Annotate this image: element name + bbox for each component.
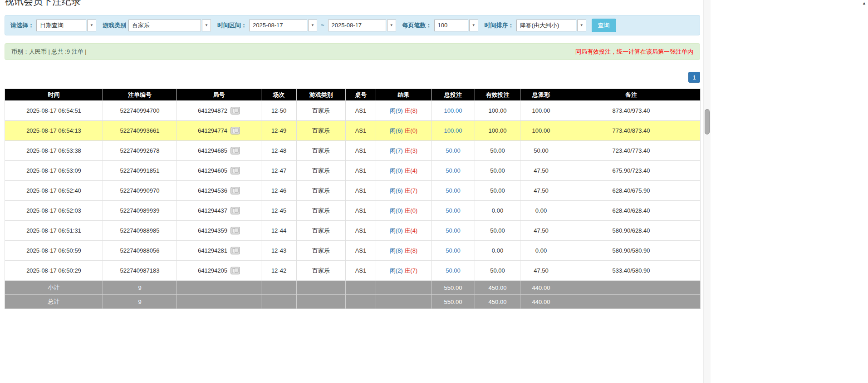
cell-session: 12-45	[261, 201, 297, 221]
date-to-dropdown-button[interactable]: ▼	[387, 20, 396, 31]
page-size-combo: ▼	[434, 20, 478, 31]
view-game-result-icon[interactable]	[230, 147, 240, 154]
cell-session: 12-50	[261, 101, 297, 121]
sort-order-dropdown-button[interactable]: ▼	[577, 20, 586, 31]
total-bet-link[interactable]: 50.00	[446, 247, 461, 254]
table-row: 2025-08-17 06:54:13522740993661641294774…	[5, 121, 701, 141]
chevron-down-icon: ▼	[205, 24, 208, 27]
cell-valid-bet: 50.00	[475, 141, 520, 161]
sort-order-input[interactable]	[516, 20, 576, 31]
total-bet-link[interactable]: 50.00	[446, 267, 461, 274]
result-player: 闲(6)	[390, 127, 403, 134]
col-header-table-no: 桌号	[346, 89, 376, 101]
total-bet-link[interactable]: 100.00	[444, 127, 462, 134]
select-type-combo: ▼	[36, 20, 96, 31]
view-game-result-icon[interactable]	[230, 247, 240, 254]
view-game-result-icon[interactable]	[230, 167, 240, 174]
table-row: 2025-08-17 06:53:38522740992678641294685…	[5, 141, 701, 161]
date-range-label: 时间区间：	[217, 21, 247, 30]
result-banker: 庄(3)	[404, 147, 417, 154]
date-from-dropdown-button[interactable]: ▼	[308, 20, 317, 31]
cell-valid-bet: 100.00	[475, 101, 520, 121]
cell-game-type: 百家乐	[297, 141, 346, 161]
result-player: 闲(0)	[390, 227, 403, 234]
view-game-result-icon[interactable]	[230, 267, 240, 274]
cell-bet-id: 522740987183	[103, 261, 177, 281]
view-game-result-icon[interactable]	[230, 107, 240, 114]
cell-total-bet: 50.00	[432, 141, 475, 161]
scroll-up-icon[interactable]: ▲	[862, 1, 866, 5]
total-bet-link[interactable]: 50.00	[446, 227, 461, 234]
table-row: 2025-08-17 06:51:31522740988985641294359…	[5, 221, 701, 241]
game-type-dropdown-button[interactable]: ▼	[202, 20, 211, 31]
cell-total-bet: 50.00	[432, 201, 475, 221]
cell-valid-bet: 100.00	[475, 121, 520, 141]
cell-result: 闲(6) 庄(7)	[376, 181, 432, 201]
col-header-round: 局号	[177, 89, 261, 101]
scrollbar-thumb[interactable]	[705, 109, 710, 134]
col-header-total-bet: 总投注	[432, 89, 475, 101]
table-row: 2025-08-17 06:50:29522740987183641294205…	[5, 261, 701, 281]
table-row: 2025-08-17 06:52:40522740990970641294536…	[5, 181, 701, 201]
view-game-result-icon[interactable]	[230, 127, 240, 134]
cell-remark: 628.40/628.40	[562, 201, 701, 221]
select-type-dropdown-button[interactable]: ▼	[87, 20, 96, 31]
cell-session: 12-47	[261, 161, 297, 181]
subtotal-valid-bet: 450.00	[475, 281, 520, 295]
total-bet-link[interactable]: 100.00	[444, 107, 462, 114]
chevron-down-icon: ▼	[472, 24, 476, 27]
date-from-input[interactable]	[249, 20, 307, 31]
cell-time: 2025-08-17 06:52:03	[5, 201, 103, 221]
date-to-input[interactable]	[328, 20, 386, 31]
view-game-result-icon[interactable]	[230, 227, 240, 234]
cell-result: 闲(0) 庄(4)	[376, 221, 432, 241]
grand-total-total-bet: 550.00	[432, 295, 475, 309]
subtotal-total-bet: 550.00	[432, 281, 475, 295]
page-viewport: 视讯会员下注纪录 请选择： ▼ 游戏类别 ▼ 时间区间： ▼ ~ ▼	[0, 0, 868, 383]
view-game-result-icon[interactable]	[230, 187, 240, 194]
cell-result: 闲(0) 庄(4)	[376, 161, 432, 181]
chevron-down-icon: ▼	[311, 24, 314, 27]
chevron-down-icon: ▼	[390, 24, 393, 27]
game-type-input[interactable]	[128, 20, 201, 31]
total-bet-link[interactable]: 50.00	[446, 187, 461, 194]
page-1-button[interactable]: 1	[688, 72, 700, 83]
cell-session: 12-46	[261, 181, 297, 201]
col-header-bet-id: 注单编号	[103, 89, 177, 101]
cell-total-payout: 47.50	[520, 161, 562, 181]
cell-result: 闲(2) 庄(7)	[376, 261, 432, 281]
cell-game-type: 百家乐	[297, 261, 346, 281]
cell-total-payout: 0.00	[520, 201, 562, 221]
page-size-dropdown-button[interactable]: ▼	[469, 20, 478, 31]
col-header-game-type: 游戏类别	[297, 89, 346, 101]
cell-total-payout: 100.00	[520, 101, 562, 121]
cell-valid-bet: 50.00	[475, 221, 520, 241]
total-bet-link[interactable]: 50.00	[446, 167, 461, 174]
cell-table-no: AS1	[346, 221, 376, 241]
cell-game-type: 百家乐	[297, 121, 346, 141]
cell-bet-id: 522740991851	[103, 161, 177, 181]
cell-total-payout: 50.00	[520, 141, 562, 161]
cell-total-bet: 50.00	[432, 161, 475, 181]
cell-table-no: AS1	[346, 161, 376, 181]
vertical-scrollbar[interactable]	[703, 0, 711, 383]
chevron-down-icon: ▼	[90, 24, 93, 27]
result-banker: 庄(4)	[404, 167, 417, 174]
view-game-result-icon[interactable]	[230, 207, 240, 214]
cell-round: 641294774	[177, 121, 261, 141]
search-button[interactable]: 查询	[592, 19, 616, 32]
col-header-remark: 备注	[562, 89, 701, 101]
subtotal-total-payout: 440.00	[520, 281, 562, 295]
cell-bet-id: 522740994700	[103, 101, 177, 121]
select-type-input[interactable]	[36, 20, 86, 31]
total-bet-link[interactable]: 50.00	[446, 147, 461, 154]
total-bet-link[interactable]: 50.00	[446, 207, 461, 214]
col-header-time: 时间	[5, 89, 103, 101]
cell-session: 12-44	[261, 221, 297, 241]
cell-table-no: AS1	[346, 181, 376, 201]
cell-time: 2025-08-17 06:50:59	[5, 241, 103, 261]
cell-result: 闲(9) 庄(8)	[376, 101, 432, 121]
result-player: 闲(2)	[390, 267, 403, 274]
page-size-input[interactable]	[434, 20, 468, 31]
cell-remark: 628.40/675.90	[562, 181, 701, 201]
